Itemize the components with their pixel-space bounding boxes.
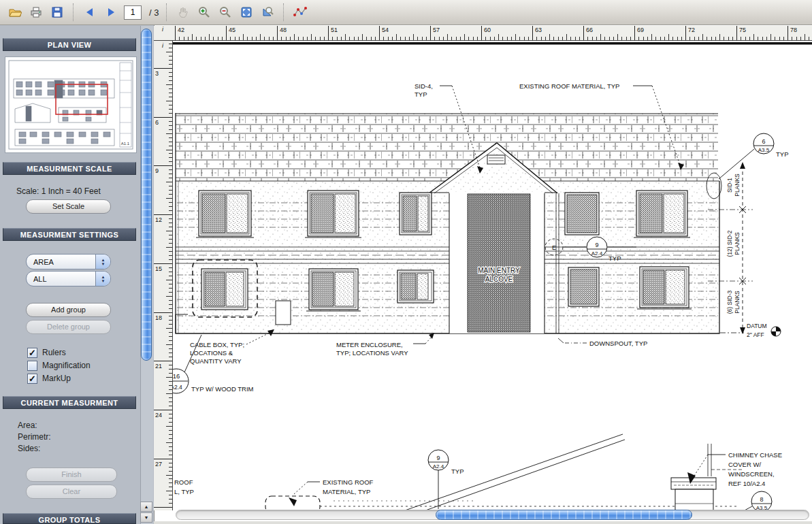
- add-group-button[interactable]: Add group: [26, 303, 111, 317]
- measurement-type-value: AREA: [27, 258, 95, 266]
- measurement-scale-header: MEASURMENT SCALE: [3, 162, 136, 175]
- measure-tool-button[interactable]: [292, 4, 308, 20]
- thumbnail-sheet-number: A1.1: [121, 142, 130, 146]
- roof-partial-label: ROOF: [174, 478, 193, 486]
- fit-page-button[interactable]: [238, 4, 255, 20]
- cable-box: [276, 301, 291, 325]
- rulers-checkbox[interactable]: ✓: [27, 348, 37, 358]
- vertical-ruler: 36912151821242730i: [154, 41, 173, 510]
- pan-tool-button[interactable]: [175, 4, 191, 20]
- lower-roof-slope: [391, 434, 625, 510]
- drawing-area[interactable]: MAIN ENTRY ALCOVE: [173, 41, 812, 510]
- group-totals-header: GROUP TOTALS: [3, 513, 136, 524]
- scale-value-text: Scale: 1 Inch = 40 Feet: [16, 186, 101, 196]
- set-scale-button[interactable]: Set Scale: [26, 199, 111, 214]
- application-window: / 3: [0, 0, 812, 524]
- svg-text:PLANKS: PLANKS: [734, 174, 741, 197]
- delete-group-button[interactable]: Delete group: [26, 320, 111, 334]
- area-label: Area:: [18, 421, 37, 430]
- rulers-checkbox-label: Rulers: [42, 348, 66, 357]
- svg-text:6: 6: [762, 138, 765, 145]
- save-button[interactable]: [49, 4, 65, 20]
- entry-label-line1: MAIN ENTRY: [478, 267, 520, 274]
- zoom-out-icon: [218, 5, 232, 19]
- ruler-corner: i: [154, 26, 173, 41]
- svg-text:TYP; LOCATIONS VARY: TYP; LOCATIONS VARY: [336, 349, 408, 357]
- planks-3-label: (6) SID-3: [726, 290, 733, 314]
- toolbar-separator: [166, 3, 167, 21]
- print-button[interactable]: [28, 4, 44, 20]
- roof-material-top-label: EXISTING ROOF MATERIAL, TYP: [519, 82, 619, 90]
- svg-text:L, TYP: L, TYP: [174, 488, 194, 495]
- fit-page-icon: [240, 5, 253, 19]
- svg-text:WINDSCREEN,: WINDSCREEN,: [728, 470, 775, 478]
- group-filter-value: ALL: [27, 275, 95, 283]
- svg-text:9: 9: [595, 242, 598, 248]
- clear-button[interactable]: Clear: [26, 485, 117, 499]
- upper-elevation: MAIN ENTRY ALCOVE: [176, 113, 721, 333]
- zoom-region-button[interactable]: [259, 4, 276, 20]
- svg-text:E: E: [552, 244, 556, 251]
- toolbar-separator: [283, 3, 285, 21]
- horizontal-scrollbar-thumb[interactable]: [436, 510, 692, 520]
- next-page-button[interactable]: [103, 4, 119, 20]
- svg-text:QUANTITY VARY: QUANTITY VARY: [190, 357, 242, 365]
- chimney-label: CHIMNEY CHASE: [728, 451, 782, 459]
- previous-page-button[interactable]: [82, 4, 98, 20]
- svg-text:A3.5: A3.5: [758, 147, 770, 153]
- group-filter-dropdown[interactable]: ALL ▲▼: [26, 271, 111, 286]
- save-icon: [50, 5, 64, 19]
- markup-checkbox[interactable]: ✓: [27, 374, 37, 384]
- bubble-8-a35: 8 A3.5 TYP: [721, 491, 786, 510]
- downspout-label: DOWNSPOUT, TYP: [589, 340, 647, 347]
- horizontal-ruler: 42454851545760636669727578: [173, 26, 812, 41]
- svg-text:PLANKS: PLANKS: [734, 291, 741, 314]
- current-measurement-header: CURRENT MEASURMENT: [3, 396, 136, 409]
- planks-1-label: SID-1: [726, 178, 733, 193]
- stepper-arrows-icon[interactable]: ▲▼: [95, 255, 110, 269]
- arrow-left-icon: [84, 7, 95, 18]
- measure-icon: [293, 5, 308, 19]
- svg-text:TYP: TYP: [451, 468, 464, 475]
- sidebar-scroll-up-button[interactable]: ▲: [140, 502, 152, 512]
- hand-icon: [176, 5, 190, 19]
- magnification-checkbox-row[interactable]: Magnification: [27, 360, 91, 371]
- bubble-16-number: 16: [173, 372, 180, 380]
- wood-trim-label: TYP W/ WOOD TRIM: [191, 385, 254, 393]
- folder-icon: [8, 5, 22, 19]
- sidebar-scrollbar-thumb[interactable]: [141, 29, 152, 361]
- open-file-button[interactable]: [7, 4, 23, 20]
- plan-thumbnail-drawing: A1.1: [5, 57, 136, 152]
- page-total-label: / 3: [149, 7, 159, 18]
- sheet-border-line: [173, 42, 812, 45]
- measurement-type-dropdown[interactable]: AREA ▲▼: [26, 254, 111, 269]
- elevation-drawing: MAIN ENTRY ALCOVE: [173, 41, 812, 510]
- zoom-in-button[interactable]: [196, 4, 212, 20]
- meter-enclosure-label: METER ENCLOSURE,: [336, 341, 403, 348]
- markup-checkbox-row[interactable]: ✓ MarkUp: [27, 373, 71, 384]
- page-number-input[interactable]: [124, 5, 142, 20]
- magnification-checkbox[interactable]: [27, 361, 37, 371]
- svg-text:LOCATIONS &: LOCATIONS &: [190, 349, 233, 357]
- zoom-out-button[interactable]: [217, 4, 233, 20]
- zoom-in-icon: [197, 5, 211, 19]
- chimney: [671, 478, 716, 510]
- plan-thumbnail[interactable]: A1.1: [5, 57, 136, 152]
- stepper-arrows-icon[interactable]: ▲▼: [95, 272, 110, 286]
- lower-elevation: ROOF L, TYP EXISTING ROOF MATERIAL, TYP …: [174, 434, 786, 510]
- entry-label-line2: ALCOVE: [485, 276, 513, 283]
- svg-text:TYP: TYP: [608, 255, 621, 262]
- planks-2-label: (12) SID-2: [726, 230, 733, 257]
- bubble-6-a35: 6 A3.5 TYP: [719, 133, 788, 179]
- magnification-checkbox-label: Magnification: [42, 361, 91, 370]
- sides-label: Sides:: [18, 444, 40, 453]
- roof-material-low-label: EXISTING ROOF: [323, 478, 374, 486]
- finish-button[interactable]: Finish: [26, 468, 117, 482]
- svg-text:REF 10/A2.4: REF 10/A2.4: [728, 480, 765, 487]
- rulers-checkbox-row[interactable]: ✓ Rulers: [27, 347, 66, 358]
- svg-text:9: 9: [436, 455, 440, 461]
- perimeter-label: Perimetr:: [18, 432, 51, 442]
- toolbar-separator: [73, 3, 74, 21]
- sidebar-scroll-down-button[interactable]: ▼: [140, 512, 152, 523]
- svg-text:2" AFF: 2" AFF: [747, 331, 764, 338]
